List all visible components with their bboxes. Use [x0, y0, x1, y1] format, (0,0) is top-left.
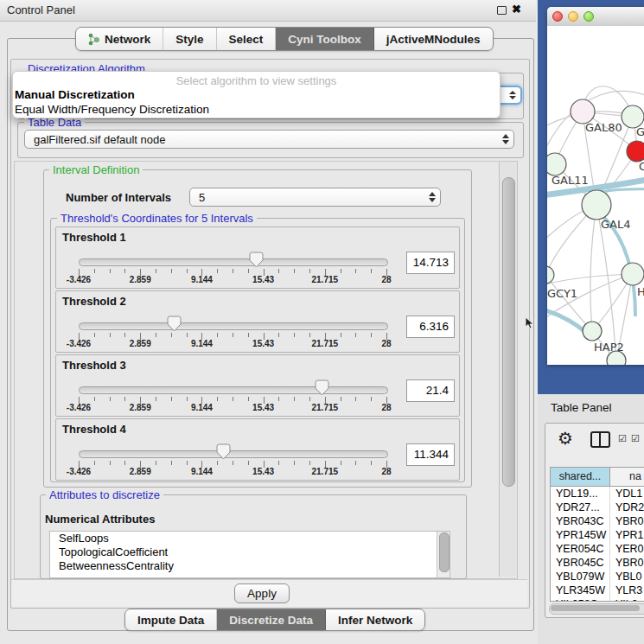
table-row[interactable]: YBR045CYBR0 — [551, 556, 644, 570]
tick-mark — [171, 461, 172, 465]
network-node[interactable] — [627, 141, 644, 162]
numerical-attributes-list[interactable]: SelfLoopsTopologicalCoefficientBetweenne… — [49, 531, 450, 578]
tick-mark — [110, 461, 111, 465]
table-row[interactable]: YDR27...YDR2 — [551, 501, 644, 514]
spinner-icon[interactable] — [424, 192, 440, 202]
checkbox-icon[interactable]: ☑ — [618, 433, 627, 444]
split-table-icon[interactable] — [590, 431, 610, 448]
attribute-item[interactable]: BetweennessCentrality — [50, 559, 450, 573]
threshold-label: Threshold 1 — [62, 231, 126, 244]
algorithm-option[interactable]: Equal Width/Frequency Discretization — [13, 102, 500, 117]
column-header[interactable]: na — [610, 468, 644, 486]
slider-track[interactable] — [79, 322, 388, 330]
network-node-label: C — [639, 160, 644, 173]
tick-mark — [171, 269, 172, 273]
network-node[interactable] — [571, 99, 595, 124]
threshold-value-field[interactable]: 6.316 — [406, 316, 455, 338]
tick-mark — [110, 269, 111, 273]
spinner-icon[interactable] — [505, 91, 520, 99]
spinner-icon[interactable] — [498, 134, 513, 144]
table-row[interactable]: YDL19...YDL1 — [551, 487, 644, 501]
threshold-value-field[interactable]: 11.344 — [406, 443, 455, 466]
slider-thumb[interactable] — [167, 316, 182, 332]
tab-label: Infer Network — [338, 614, 412, 627]
algorithm-option[interactable]: Manual Discretization — [13, 87, 500, 102]
tab-jactivemnodules[interactable]: jActiveMNodules — [374, 28, 493, 50]
threshold-panel: Threshold 3 -3.4262.8599.14415.4321.7152… — [55, 354, 460, 417]
table-row[interactable]: YBR043CYBR0 — [551, 514, 644, 528]
table-data-combo[interactable]: galFiltered.sif default node — [24, 130, 514, 149]
network-node[interactable] — [622, 263, 644, 285]
tick-mark — [309, 333, 310, 337]
network-node[interactable] — [547, 153, 566, 175]
network-node[interactable] — [607, 351, 626, 365]
network-node[interactable] — [583, 322, 602, 341]
table-row[interactable]: YER054CYER0 — [551, 542, 644, 556]
table-row[interactable]: YLR345WYLR3 — [551, 583, 644, 597]
algorithm-popup-list: Manual DiscretizationEqual Width/Frequen… — [13, 87, 500, 117]
tab-discretize-data[interactable]: Discretize Data — [217, 609, 326, 630]
tick-label: 2.859 — [110, 403, 170, 412]
hscrollbar-thumb[interactable] — [551, 605, 640, 611]
table-cell: YPR1 — [610, 528, 644, 542]
slider-thumb[interactable] — [216, 443, 231, 460]
network-canvas[interactable]: GAL80GCGAL11GAL4GCY1HHAP2 — [547, 26, 644, 365]
node-table[interactable]: shared...na YDL19...YDL1YDR27...YDR2YBR0… — [550, 467, 644, 602]
list-scrollbar-thumb[interactable] — [439, 532, 450, 572]
scrollbar-thumb[interactable] — [502, 177, 515, 487]
table-cell: YLR345W — [551, 583, 610, 597]
tick-mark — [217, 269, 218, 273]
tab-impute-data[interactable]: Impute Data — [125, 609, 217, 630]
tick-mark — [187, 333, 188, 337]
network-window[interactable]: GAL80GCGAL11GAL4GCY1HHAP2 — [547, 7, 644, 365]
threshold-value-field[interactable]: 14.713 — [406, 252, 455, 274]
zoom-traffic-light-icon[interactable] — [583, 11, 594, 22]
slider-track[interactable] — [79, 386, 388, 394]
slider-thumb[interactable] — [315, 379, 329, 396]
network-window-titlebar[interactable] — [547, 7, 644, 27]
checkbox-icon[interactable]: ☑ — [631, 433, 640, 444]
table-cell: YDL1 — [610, 487, 644, 501]
column-header[interactable]: shared... — [551, 468, 610, 486]
network-node[interactable] — [582, 190, 611, 220]
tab-network[interactable]: Network — [76, 28, 163, 50]
threshold-value-field[interactable]: 21.4 — [406, 379, 455, 402]
network-node-label: GCY1 — [547, 287, 577, 300]
network-node[interactable] — [547, 266, 554, 284]
slider-track[interactable] — [79, 258, 388, 266]
close-icon[interactable]: ✖ — [512, 3, 521, 16]
tick-mark — [371, 397, 372, 401]
attr-items-host: SelfLoopsTopologicalCoefficientBetweenne… — [50, 532, 450, 573]
float-window-icon[interactable] — [497, 6, 507, 15]
tab-cyni-toolbox[interactable]: Cyni Toolbox — [276, 28, 374, 50]
num-intervals-combo[interactable]: 5 — [189, 188, 441, 207]
tab-select[interactable]: Select — [217, 28, 277, 50]
mouse-cursor — [525, 316, 535, 330]
close-traffic-light-icon[interactable] — [552, 11, 563, 22]
tick-mark — [278, 333, 279, 337]
tick-mark — [278, 461, 279, 465]
gear-icon[interactable]: ⚙ — [558, 428, 573, 449]
tick-mark — [294, 269, 295, 273]
table-row[interactable]: YIL052CYIL0 — [551, 597, 644, 602]
apply-button[interactable]: Apply — [234, 583, 290, 603]
tick-label: -3.426 — [48, 339, 109, 348]
tab-label: Discretize Data — [229, 614, 313, 627]
attribute-item[interactable]: TopologicalCoefficient — [50, 545, 450, 559]
slider-thumb[interactable] — [249, 252, 264, 268]
table-cell: YDL19... — [551, 487, 610, 501]
table-panel: ⚙ ☑ ☑ shared...na YDL19...YDL1YDR27...YD… — [545, 423, 644, 618]
slider-track[interactable] — [79, 450, 388, 458]
table-row[interactable]: YBL079WYBL0 — [551, 570, 644, 583]
network-window-frame: GAL80GCGAL11GAL4GCY1HHAP2 — [538, 0, 644, 394]
tab-infer-network[interactable]: Infer Network — [326, 609, 424, 630]
table-row[interactable]: YPR145WYPR1 — [551, 528, 644, 542]
tab-style[interactable]: Style — [163, 28, 216, 50]
vertical-scrollbar[interactable] — [499, 162, 517, 577]
tick-mark — [341, 269, 341, 273]
tick-mark — [278, 269, 279, 273]
minimize-traffic-light-icon[interactable] — [568, 11, 578, 22]
horizontal-scrollbar[interactable] — [549, 603, 644, 615]
attribute-item[interactable]: SelfLoops — [50, 532, 450, 545]
list-scrollbar[interactable] — [437, 532, 450, 577]
